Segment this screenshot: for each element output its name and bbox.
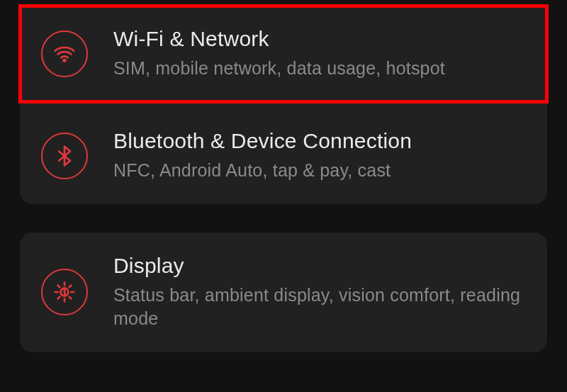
svg-line-7 [69,297,72,299]
wifi-icon [41,30,88,77]
highlight-wifi: Wi-Fi & Network SIM, mobile network, dat… [18,4,549,103]
settings-group-display: Display Status bar, ambient display, vis… [20,233,547,353]
settings-item-bluetooth[interactable]: Bluetooth & Device Connection NFC, Andro… [20,108,547,204]
svg-line-8 [58,297,60,299]
settings-item-title: Display [113,254,526,278]
settings-item-display[interactable]: Display Status bar, ambient display, vis… [20,233,547,353]
svg-line-6 [58,286,60,288]
display-icon [41,269,88,315]
settings-item-text: Bluetooth & Device Connection NFC, Andro… [113,129,526,183]
bluetooth-icon [41,133,88,179]
svg-line-9 [69,286,72,288]
settings-item-title: Bluetooth & Device Connection [113,129,526,153]
settings-item-subtitle: NFC, Android Auto, tap & pay, cast [113,159,526,183]
settings-item-text: Display Status bar, ambient display, vis… [113,254,526,332]
settings-item-title: Wi-Fi & Network [113,27,526,51]
settings-item-text: Wi-Fi & Network SIM, mobile network, dat… [113,27,526,81]
settings-item-wifi-network[interactable]: Wi-Fi & Network SIM, mobile network, dat… [22,8,545,100]
svg-point-0 [64,60,66,62]
settings-group-connectivity: Wi-Fi & Network SIM, mobile network, dat… [20,4,547,204]
settings-item-subtitle: Status bar, ambient display, vision comf… [113,284,526,332]
settings-item-subtitle: SIM, mobile network, data usage, hotspot [113,57,526,81]
